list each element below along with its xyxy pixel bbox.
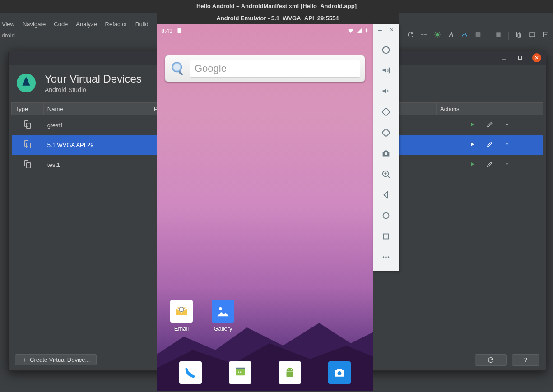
svg-point-28 xyxy=(240,372,241,373)
svg-rect-7 xyxy=(530,33,535,37)
back-button[interactable] xyxy=(377,189,395,201)
svg-point-40 xyxy=(383,256,385,258)
google-search-widget[interactable]: Google xyxy=(165,55,365,82)
git-icon[interactable] xyxy=(495,31,502,40)
dock-messages[interactable] xyxy=(229,361,251,384)
app-email[interactable]: Email xyxy=(170,300,193,332)
svg-point-2 xyxy=(436,33,439,37)
svg-point-30 xyxy=(288,369,289,371)
sync-icon[interactable] xyxy=(542,31,549,40)
svg-point-11 xyxy=(24,78,28,82)
edit-button[interactable] xyxy=(486,161,493,169)
svg-rect-35 xyxy=(382,129,390,137)
avd-manager-icon[interactable] xyxy=(515,31,522,40)
profiler-icon[interactable] xyxy=(447,31,455,40)
maximize-button[interactable] xyxy=(516,54,524,62)
messages-icon xyxy=(233,366,247,379)
emu-minimize-button[interactable]: – xyxy=(378,26,382,33)
stop-icon[interactable] xyxy=(420,31,428,40)
app-gallery-label: Gallery xyxy=(214,325,232,332)
power-button[interactable] xyxy=(377,43,395,56)
home-button[interactable] xyxy=(377,209,395,222)
speed-icon[interactable] xyxy=(461,31,468,40)
svg-point-42 xyxy=(388,256,390,258)
app-gallery[interactable]: Gallery xyxy=(212,300,234,332)
android-icon xyxy=(283,366,297,379)
menu-refactor[interactable]: Refactor xyxy=(105,21,127,28)
device-icon xyxy=(23,124,32,130)
create-device-button[interactable]: Create Virtual Device... xyxy=(15,354,97,365)
search-input[interactable]: Google xyxy=(190,60,360,78)
menu-build[interactable]: Build xyxy=(135,21,149,28)
search-icon xyxy=(170,60,187,77)
menu-code[interactable]: Code xyxy=(54,21,68,28)
svg-rect-18 xyxy=(366,29,367,33)
minimize-button[interactable] xyxy=(500,54,508,62)
emulator-screen[interactable]: 8:43 Google xyxy=(157,24,373,391)
search-placeholder: Google xyxy=(195,63,227,74)
launch-button[interactable] xyxy=(469,121,475,129)
row-menu-button[interactable] xyxy=(504,122,510,129)
col-actions[interactable]: Actions xyxy=(436,103,543,115)
volume-up-button[interactable] xyxy=(377,64,395,77)
svg-rect-19 xyxy=(366,28,367,29)
svg-point-29 xyxy=(242,372,243,373)
battery-icon xyxy=(364,27,369,34)
separator xyxy=(508,32,509,40)
svg-point-41 xyxy=(385,256,387,258)
col-name[interactable]: Name xyxy=(43,103,150,115)
volume-down-button[interactable] xyxy=(377,85,395,97)
menu-view[interactable]: View xyxy=(2,21,14,28)
svg-rect-17 xyxy=(26,163,30,168)
svg-point-24 xyxy=(219,307,222,310)
col-type[interactable]: Type xyxy=(12,103,44,115)
rotate-left-button[interactable] xyxy=(377,106,395,118)
row-menu-button[interactable] xyxy=(504,161,510,168)
overview-button[interactable] xyxy=(377,230,395,243)
dock-android[interactable] xyxy=(279,361,301,384)
ide-toolbar xyxy=(393,30,549,42)
android-studio-icon xyxy=(16,73,37,93)
rotate-right-button[interactable] xyxy=(377,126,395,139)
gallery-icon xyxy=(215,304,231,319)
emu-close-button[interactable]: × xyxy=(390,26,394,33)
refresh-button[interactable] xyxy=(475,354,507,366)
dock-phone[interactable] xyxy=(179,361,202,384)
zoom-button[interactable] xyxy=(377,168,395,180)
svg-rect-5 xyxy=(516,32,520,37)
cell-actions xyxy=(436,115,543,135)
android-statusbar: 8:43 xyxy=(157,24,373,37)
svg-point-21 xyxy=(172,63,181,71)
menu-navigate[interactable]: Navigate xyxy=(23,21,46,28)
close-button[interactable] xyxy=(532,53,541,62)
svg-rect-22 xyxy=(178,71,183,76)
svg-rect-34 xyxy=(382,108,390,116)
svg-point-27 xyxy=(238,372,239,373)
edit-button[interactable] xyxy=(486,141,493,149)
menu-analyze[interactable]: Analyze xyxy=(76,21,97,28)
debug-icon[interactable] xyxy=(434,31,441,40)
plugin-icon[interactable] xyxy=(474,31,482,40)
more-button[interactable] xyxy=(377,251,395,263)
dock-camera[interactable] xyxy=(328,361,351,384)
screenshot-button[interactable] xyxy=(377,147,395,160)
launch-button[interactable] xyxy=(469,141,475,149)
sdk-manager-icon[interactable] xyxy=(529,31,536,40)
home-dock xyxy=(157,359,373,386)
row-menu-button[interactable] xyxy=(504,142,510,148)
edit-button[interactable] xyxy=(486,121,493,129)
emulator-window: Android Emulator - 5.1_WVGA_API_29:5554 … xyxy=(157,13,399,391)
ide-title: Hello Android – AndroidManifest.xml [Hel… xyxy=(0,0,553,13)
cell-name: test1 xyxy=(43,155,150,175)
sd-card-icon xyxy=(176,28,182,34)
svg-point-32 xyxy=(338,371,342,375)
apply-changes-icon[interactable] xyxy=(407,31,414,40)
svg-point-38 xyxy=(383,213,389,219)
svg-rect-1 xyxy=(424,34,427,35)
help-button[interactable]: ? xyxy=(512,354,539,366)
avd-heading: Your Virtual Devices xyxy=(45,73,142,85)
cell-actions xyxy=(436,155,543,175)
device-icon xyxy=(23,143,32,150)
launch-button[interactable] xyxy=(469,161,475,169)
svg-rect-15 xyxy=(26,143,30,148)
